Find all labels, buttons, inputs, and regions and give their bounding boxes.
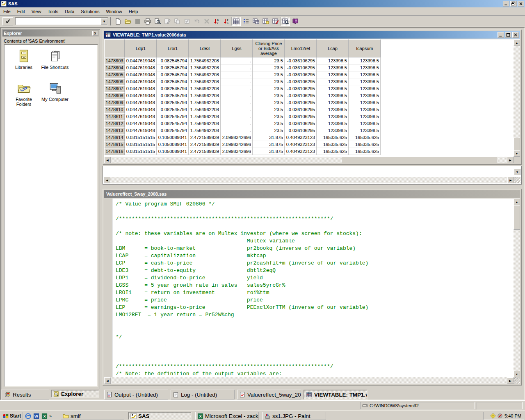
table-cell[interactable]: 0.0447619048 <box>125 71 157 78</box>
table-cell[interactable]: -0.036106295 <box>285 85 317 92</box>
table-cell[interactable]: 0.0315151515 <box>125 141 157 148</box>
table-cell[interactable]: 2.0998342696 <box>221 141 253 148</box>
table-cell[interactable]: -0.036106295 <box>285 113 317 120</box>
row-number[interactable]: 1478605 <box>104 71 125 78</box>
column-header-lroi1[interactable]: Lroi1 <box>157 39 189 57</box>
command-input[interactable] <box>16 18 101 25</box>
table-cell[interactable]: -0.036106295 <box>285 78 317 85</box>
column-header-lcapsum[interactable]: lcapsum <box>349 39 381 57</box>
sas-tray-icon[interactable] <box>490 413 496 419</box>
task-button-ss1-jpg-paint[interactable]: ss1.JPG - Paint <box>262 412 326 420</box>
scroll-right-icon[interactable]: ▶ <box>507 157 514 163</box>
resize-grip[interactable] <box>514 177 520 183</box>
viewtable-minimize-button[interactable] <box>498 32 504 38</box>
table-search-icon[interactable] <box>281 17 290 26</box>
explorer-item-libraries[interactable]: Libraries <box>8 48 40 70</box>
viewtable-horizontal-scrollbar[interactable]: ◀ ▶ <box>104 157 514 163</box>
scroll-up-icon[interactable]: ▲ <box>514 199 520 205</box>
table-cell[interactable]: 0.0447619048 <box>125 85 157 92</box>
table-cell[interactable]: 123398.5 <box>349 85 381 92</box>
scroll-left-icon[interactable]: ◀ <box>104 157 111 163</box>
table-cell[interactable]: 123398.5 <box>317 127 349 134</box>
table-cell[interactable]: 123398.5 <box>317 78 349 85</box>
scroll-down-icon[interactable]: ▼ <box>514 169 520 175</box>
word-icon[interactable]: W <box>33 413 39 419</box>
row-number[interactable]: 1478614 <box>104 134 125 141</box>
menu-help[interactable]: Help <box>126 8 142 15</box>
table-cell[interactable]: 1.7564962208 <box>189 99 221 106</box>
table-cell[interactable]: -0.036106295 <box>285 106 317 113</box>
row-number[interactable]: 1478616 <box>104 148 125 155</box>
table-cell[interactable]: 165335.625 <box>349 134 381 141</box>
scroll-down-icon[interactable]: ▼ <box>514 371 520 377</box>
table-cell[interactable]: 23.5 <box>253 120 285 127</box>
table-cell[interactable]: 2.0998342696 <box>221 148 253 155</box>
table-cell[interactable]: 123398.5 <box>317 85 349 92</box>
editor-code-area[interactable]: /* Value program SMIF 020806 *//********… <box>112 199 514 377</box>
explorer-close-icon[interactable]: x <box>92 31 98 36</box>
table-cell[interactable]: 165335.625 <box>317 141 349 148</box>
window-bar-log[interactable]: Log - (Untitled) <box>171 390 235 399</box>
table-cell[interactable]: 123398.5 <box>349 99 381 106</box>
menu-edit[interactable]: Edit <box>14 8 28 15</box>
table-cell[interactable]: 1.7564962208 <box>189 106 221 113</box>
table-cell[interactable]: 123398.5 <box>317 99 349 106</box>
sort-ascending-icon[interactable]: az <box>212 17 221 26</box>
table-cell[interactable]: 1.7564962208 <box>189 71 221 78</box>
table-cell[interactable]: 123398.5 <box>349 57 381 64</box>
row-number[interactable]: 1478613 <box>104 127 125 134</box>
row-number[interactable]: 1478615 <box>104 141 125 148</box>
table-cell[interactable]: 2.4721589839 <box>189 134 221 141</box>
background-horizontal-scrollbar[interactable]: ◀ ▶ <box>104 177 514 183</box>
table-cell[interactable]: 0.082545794 <box>157 57 189 64</box>
command-combobox[interactable]: ▼ <box>15 17 108 25</box>
viewtable-vscroll-thumb[interactable] <box>514 138 520 150</box>
resize-grip[interactable] <box>514 377 520 384</box>
table-cell[interactable]: . <box>221 71 253 78</box>
explorer-item-favorite-folders[interactable]: Favorite Folders <box>8 80 40 107</box>
table-cell[interactable]: . <box>221 99 253 106</box>
explorer-item-my-computer[interactable]: My Computer <box>39 80 71 102</box>
editor-horizontal-scrollbar[interactable]: ◀ ▶ <box>104 377 514 384</box>
row-number[interactable]: 1478611 <box>104 113 125 120</box>
table-cell[interactable]: 123398.5 <box>349 92 381 99</box>
table-cell[interactable]: 0.1050089041 <box>157 134 189 141</box>
viewtable-maximize-button[interactable] <box>505 32 511 38</box>
table-cell[interactable]: 23.5 <box>253 57 285 64</box>
row-number[interactable]: 1478604 <box>104 64 125 71</box>
table-cell[interactable]: 23.5 <box>253 85 285 92</box>
row-number[interactable]: 1478610 <box>104 106 125 113</box>
scroll-up-icon[interactable]: ▲ <box>514 39 520 46</box>
table-cell[interactable]: 1.7564962208 <box>189 92 221 99</box>
explorer-item-file-shortcuts[interactable]: File Shortcuts <box>39 48 71 70</box>
start-button[interactable]: Start <box>1 412 23 420</box>
row-number[interactable]: 1478609 <box>104 99 125 106</box>
table-cell[interactable]: . <box>221 57 253 64</box>
task-button-smif[interactable]: smif <box>61 412 124 420</box>
quick-launch-overflow-chevron[interactable]: » <box>49 413 52 418</box>
row-number[interactable]: 1478606 <box>104 78 125 85</box>
table-cell[interactable]: 123398.5 <box>317 57 349 64</box>
table-cell[interactable]: 123398.5 <box>349 71 381 78</box>
table-cell[interactable]: 123398.5 <box>349 113 381 120</box>
menu-data[interactable]: Data <box>62 8 78 15</box>
viewtable-vertical-scrollbar[interactable]: ▲ ▼ <box>514 39 520 157</box>
column-header-closing[interactable]: Closing Price or Bid/Ask average <box>253 39 285 57</box>
table-cell[interactable]: 123398.5 <box>349 64 381 71</box>
table-cell[interactable]: . <box>221 64 253 71</box>
table-cell[interactable]: . <box>221 78 253 85</box>
table-cell[interactable]: 0.082545794 <box>157 99 189 106</box>
copy-table-icon[interactable] <box>251 17 260 26</box>
window-bar-valuereffect5way2008[interactable]: Valuereffect_5way_2008... <box>237 390 301 399</box>
internet-explorer-icon[interactable] <box>25 413 31 419</box>
tab-results[interactable]: Results <box>2 390 49 399</box>
window-bar-output[interactable]: Output - (Untitled) <box>104 390 168 399</box>
table-cell[interactable]: -0.036106295 <box>285 57 317 64</box>
table-cell[interactable]: 0.0447619048 <box>125 99 157 106</box>
table-cell[interactable]: 0.4049323123 <box>285 141 317 148</box>
table-cell[interactable]: -0.036106295 <box>285 127 317 134</box>
menu-solutions[interactable]: Solutions <box>78 8 103 15</box>
table-cell[interactable]: 165335.625 <box>317 148 349 155</box>
editor-vscroll-thumb[interactable] <box>514 205 520 230</box>
table-cell[interactable]: 123398.5 <box>349 78 381 85</box>
